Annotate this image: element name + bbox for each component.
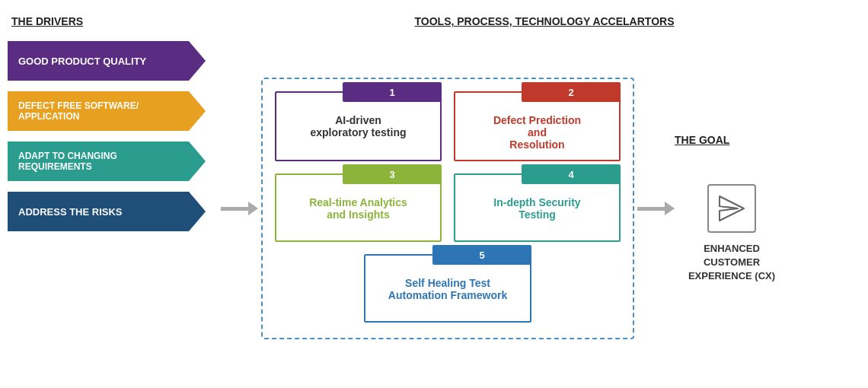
tool-label-5: Self Healing TestAutomation Framework bbox=[373, 277, 522, 301]
paper-plane-icon bbox=[707, 184, 756, 233]
arrow-address: ADDRESS THE RISKS bbox=[8, 192, 206, 231]
arrow-label-defect-free: DEFECT FREE SOFTWARE/ APPLICATION bbox=[18, 100, 183, 122]
right-column: THE GOAL ENHANCED CUSTOMER EXPERIENCE (C… bbox=[675, 126, 796, 291]
drivers-title: THE DRIVERS bbox=[8, 15, 221, 27]
tool-label-2: Defect PredictionandResolution bbox=[463, 114, 611, 151]
tool-label-1: AI-drivenexploratory testing bbox=[284, 114, 432, 138]
tool-badge-2: 2 bbox=[522, 82, 621, 102]
arrow-defect-free: DEFECT FREE SOFTWARE/ APPLICATION bbox=[8, 91, 206, 131]
arrow-good-product: GOOD PRODUCT QUALITY bbox=[8, 41, 206, 81]
goal-content: ENHANCED CUSTOMER EXPERIENCE (CX) bbox=[675, 184, 789, 284]
tools-grid: 1 AI-drivenexploratory testing 2 Defect … bbox=[275, 91, 621, 242]
goal-text: ENHANCED CUSTOMER EXPERIENCE (CX) bbox=[675, 242, 789, 284]
arrow-item-good-product: GOOD PRODUCT QUALITY bbox=[8, 41, 221, 81]
tool-badge-3: 3 bbox=[343, 164, 442, 184]
arrow-item-address: ADDRESS THE RISKS bbox=[8, 192, 221, 231]
exit-arrow bbox=[637, 202, 675, 215]
tool-badge-5: 5 bbox=[432, 245, 531, 265]
svg-marker-0 bbox=[720, 196, 744, 221]
arrow-label-address: ADDRESS THE RISKS bbox=[18, 206, 123, 218]
tool-label-4: In-depth SecurityTesting bbox=[463, 196, 611, 221]
arrow-label-adapt: ADAPT TO CHANGING REQUIREMENTS bbox=[18, 151, 183, 172]
tool-card-3: 3 Real-time Analyticsand Insights bbox=[275, 173, 442, 242]
tool-card-4: 4 In-depth SecurityTesting bbox=[454, 173, 621, 242]
entry-arrow bbox=[221, 202, 258, 215]
left-column: THE DRIVERS GOOD PRODUCT QUALITY DEFECT … bbox=[0, 8, 221, 380]
tool-5-wrapper: 5 Self Healing TestAutomation Framework bbox=[275, 254, 621, 323]
goal-title: THE GOAL bbox=[675, 134, 729, 146]
tools-container: 1 AI-drivenexploratory testing 2 Defect … bbox=[261, 78, 634, 339]
arrow-adapt: ADAPT TO CHANGING REQUIREMENTS bbox=[8, 142, 206, 181]
tool-badge-1: 1 bbox=[343, 82, 442, 102]
arrow-item-defect-free: DEFECT FREE SOFTWARE/ APPLICATION bbox=[8, 91, 221, 131]
svg-line-1 bbox=[720, 206, 738, 208]
arrow-item-adapt: ADAPT TO CHANGING REQUIREMENTS bbox=[8, 142, 221, 181]
arrow-label-good-product: GOOD PRODUCT QUALITY bbox=[18, 56, 146, 67]
tool-card-2: 2 Defect PredictionandResolution bbox=[454, 91, 621, 161]
middle-title: TOOLS, PROCESS, TECHNOLOGY ACCELARTORS bbox=[221, 15, 868, 27]
paper-plane-svg bbox=[716, 193, 747, 224]
tool-card-1: 1 AI-drivenexploratory testing bbox=[275, 91, 442, 161]
tool-label-3: Real-time Analyticsand Insights bbox=[284, 196, 432, 221]
tool-badge-4: 4 bbox=[522, 164, 621, 184]
tool-card-5: 5 Self Healing TestAutomation Framework bbox=[364, 254, 531, 323]
